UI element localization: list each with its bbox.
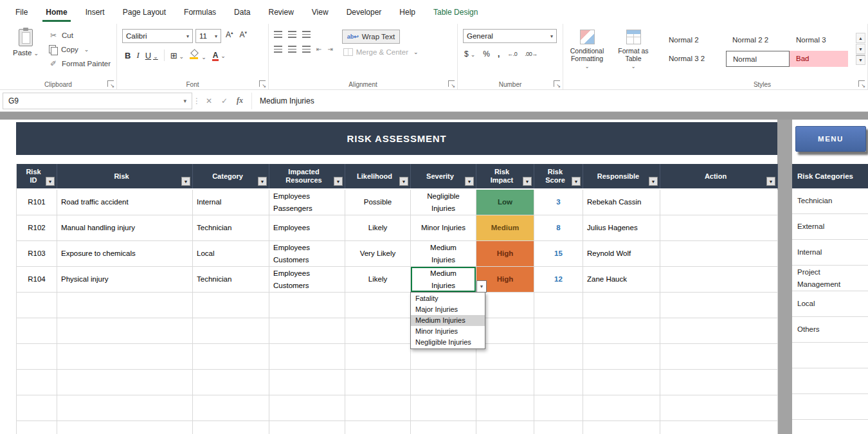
empty-cell[interactable] bbox=[345, 421, 411, 434]
empty-cell[interactable] bbox=[583, 370, 660, 395]
table-cell[interactable]: Physical injury bbox=[57, 267, 193, 293]
table-cell[interactable]: Zane Hauck bbox=[583, 267, 660, 293]
empty-cell[interactable] bbox=[534, 395, 583, 421]
cut-button[interactable]: ✂Cut bbox=[49, 30, 111, 41]
wrap-text-button[interactable]: ab↩ Wrap Text bbox=[342, 30, 400, 44]
table-cell[interactable]: Technician bbox=[193, 215, 269, 241]
risk-score-cell[interactable]: 3 bbox=[534, 190, 583, 215]
dropdown-option[interactable]: Fatality bbox=[411, 293, 485, 304]
font-color-button[interactable]: A bbox=[212, 50, 226, 61]
increase-decimal-button[interactable]: ←.0 bbox=[507, 51, 517, 57]
style-normal-2-2[interactable]: Normal 2 2 bbox=[726, 32, 790, 48]
table-cell[interactable] bbox=[660, 190, 778, 215]
risk-category-cell[interactable]: Internal bbox=[792, 240, 868, 266]
risk-score-cell[interactable]: 12 bbox=[534, 267, 583, 293]
styles-dialog-launcher-icon[interactable] bbox=[858, 80, 865, 87]
empty-cell[interactable] bbox=[411, 421, 476, 434]
tab-home[interactable]: Home bbox=[44, 6, 68, 19]
empty-cell[interactable] bbox=[17, 395, 57, 421]
empty-cell[interactable] bbox=[193, 395, 269, 421]
empty-cell[interactable] bbox=[57, 421, 193, 434]
tab-data[interactable]: Data bbox=[233, 6, 251, 19]
increase-indent-icon[interactable]: ⇥ bbox=[327, 46, 332, 53]
risk-category-cell[interactable]: Local bbox=[792, 291, 868, 317]
align-bottom-icon[interactable] bbox=[302, 31, 311, 38]
menu-button[interactable]: MENU bbox=[795, 126, 866, 152]
risk-impact-cell[interactable]: Medium bbox=[476, 215, 534, 241]
empty-cell[interactable] bbox=[476, 395, 534, 421]
dropdown-option[interactable]: Medium Injuries bbox=[411, 315, 485, 326]
table-cell[interactable]: Employees bbox=[269, 215, 345, 241]
shrink-font-button[interactable]: A▾ bbox=[238, 29, 249, 43]
number-dialog-launcher-icon[interactable] bbox=[554, 80, 560, 87]
font-size-select[interactable]: 11 bbox=[195, 29, 221, 43]
grow-font-button[interactable]: A▴ bbox=[224, 29, 235, 43]
header-action[interactable]: Action bbox=[660, 164, 778, 188]
align-middle-icon[interactable] bbox=[288, 31, 296, 38]
formula-bar-splitter[interactable]: ⋮ bbox=[192, 96, 201, 105]
risk-score-cell[interactable]: 8 bbox=[534, 215, 583, 241]
empty-cell[interactable] bbox=[17, 421, 57, 434]
empty-cell[interactable] bbox=[583, 421, 660, 434]
risk-category-cell[interactable]: Project Management bbox=[792, 266, 868, 291]
table-cell[interactable]: Likely bbox=[345, 267, 411, 293]
header-risk-impact[interactable]: Risk Impact bbox=[476, 164, 534, 188]
table-cell[interactable] bbox=[660, 241, 778, 267]
copy-button[interactable]: Copy bbox=[49, 44, 111, 55]
filter-icon[interactable] bbox=[399, 177, 408, 186]
empty-cell[interactable] bbox=[57, 318, 193, 344]
tab-review[interactable]: Review bbox=[267, 6, 294, 19]
format-as-table-button[interactable]: Format as Table ⌄ bbox=[611, 28, 656, 71]
filter-icon[interactable] bbox=[523, 177, 532, 186]
font-dialog-launcher-icon[interactable] bbox=[259, 80, 266, 87]
underline-button[interactable]: U bbox=[145, 51, 158, 60]
empty-cell[interactable] bbox=[269, 370, 345, 395]
decrease-indent-icon[interactable]: ⇤ bbox=[316, 46, 321, 53]
empty-cell[interactable] bbox=[17, 344, 57, 370]
empty-cell[interactable] bbox=[269, 293, 345, 318]
empty-cell[interactable] bbox=[345, 293, 411, 318]
empty-cell[interactable] bbox=[57, 370, 193, 395]
risk-impact-cell[interactable]: High bbox=[476, 241, 534, 267]
empty-cell[interactable] bbox=[660, 293, 778, 318]
borders-button[interactable]: ⊞ bbox=[170, 51, 184, 60]
empty-cell[interactable] bbox=[17, 293, 57, 318]
table-cell[interactable]: Local bbox=[193, 241, 269, 267]
table-cell[interactable]: Rebekah Cassin bbox=[583, 190, 660, 215]
filter-icon[interactable] bbox=[649, 177, 658, 186]
clipboard-dialog-launcher-icon[interactable] bbox=[107, 80, 114, 87]
table-cell[interactable]: Minor Injuries bbox=[411, 215, 476, 241]
empty-cell[interactable] bbox=[17, 318, 57, 344]
tab-developer[interactable]: Developer bbox=[345, 6, 383, 19]
empty-cell[interactable] bbox=[534, 370, 583, 395]
filter-icon[interactable] bbox=[572, 177, 581, 186]
empty-cell[interactable] bbox=[345, 370, 411, 395]
empty-cell[interactable] bbox=[17, 370, 57, 395]
tab-formulas[interactable]: Formulas bbox=[183, 6, 217, 19]
empty-cell[interactable] bbox=[583, 395, 660, 421]
table-cell[interactable]: Very Likely bbox=[345, 241, 411, 267]
table-cell[interactable]: Employees Customers bbox=[269, 241, 345, 267]
alignment-dialog-launcher-icon[interactable] bbox=[448, 80, 455, 87]
fill-color-button[interactable] bbox=[190, 50, 206, 61]
table-cell[interactable]: Technician bbox=[193, 267, 269, 293]
empty-cell[interactable] bbox=[193, 318, 269, 344]
dropdown-option[interactable]: Negligible Injuries bbox=[411, 337, 485, 348]
empty-cell[interactable] bbox=[269, 344, 345, 370]
italic-button[interactable]: I bbox=[136, 50, 139, 60]
insert-function-icon[interactable]: fx bbox=[232, 96, 248, 105]
tab-insert[interactable]: Insert bbox=[84, 6, 106, 19]
font-family-select[interactable]: Calibri bbox=[122, 29, 193, 43]
comma-style-button[interactable]: , bbox=[498, 50, 500, 59]
align-center-icon[interactable] bbox=[288, 46, 296, 53]
empty-cell[interactable] bbox=[534, 421, 583, 434]
style-bad[interactable]: Bad bbox=[790, 51, 848, 67]
empty-cell[interactable] bbox=[57, 344, 193, 370]
empty-cell[interactable] bbox=[660, 370, 778, 395]
tab-table-design[interactable]: Table Design bbox=[432, 6, 479, 19]
header-category[interactable]: Category bbox=[193, 164, 269, 188]
merge-center-button[interactable]: Merge & Center bbox=[342, 48, 419, 56]
table-cell[interactable]: Exposure to chemicals bbox=[57, 241, 193, 267]
table-cell[interactable]: Julius Hagenes bbox=[583, 215, 660, 241]
style-normal-2[interactable]: Normal 2 bbox=[662, 32, 726, 48]
